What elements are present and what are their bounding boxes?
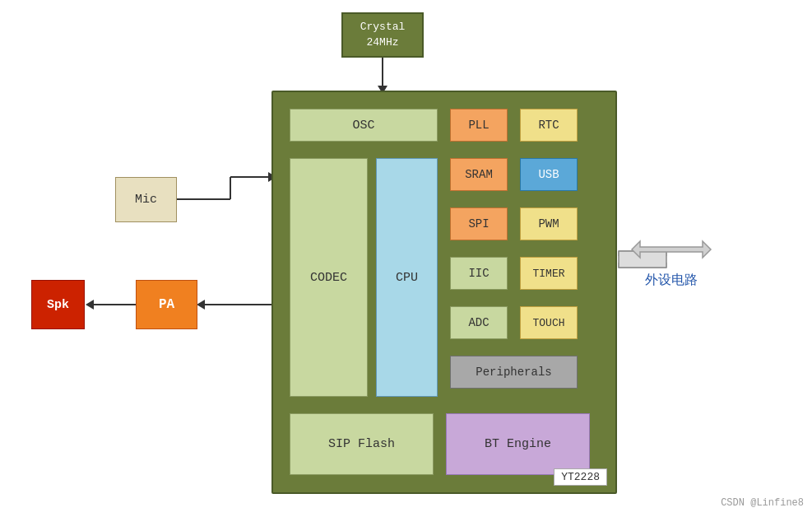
peripheral-circuit-area: 外设电路 bbox=[622, 229, 721, 289]
usb-block: USB bbox=[520, 158, 578, 191]
sram-block: SRAM bbox=[450, 158, 508, 191]
touch-label: TOUCH bbox=[532, 317, 564, 329]
sram-label: SRAM bbox=[465, 168, 493, 181]
pll-block: PLL bbox=[450, 109, 508, 142]
timer-block: TIMER bbox=[520, 257, 578, 290]
osc-label: OSC bbox=[352, 119, 374, 133]
timer-label: TIMER bbox=[532, 268, 564, 280]
crystal-label-line1: Crystal bbox=[360, 20, 406, 35]
rtc-block: RTC bbox=[520, 109, 578, 142]
chip-block: OSC PLL RTC CODEC CPU SRAM USB SPI bbox=[271, 91, 617, 494]
mic-block: Mic bbox=[115, 177, 177, 222]
codec-block: CODEC bbox=[290, 158, 368, 397]
cpu-block: CPU bbox=[376, 158, 438, 397]
pa-label: PA bbox=[159, 297, 174, 312]
pll-label: PLL bbox=[468, 119, 489, 132]
diagram-container: Crystal 24MHz OSC PLL RTC CODEC CPU SRAM bbox=[0, 0, 812, 517]
spk-label: Spk bbox=[47, 298, 69, 312]
codec-label: CODEC bbox=[310, 271, 347, 285]
mic-label: Mic bbox=[135, 193, 157, 207]
iic-label: IIC bbox=[468, 267, 489, 280]
pa-block: PA bbox=[136, 280, 197, 329]
spk-block: Spk bbox=[31, 280, 85, 329]
crystal-label-line2: 24MHz bbox=[366, 35, 398, 50]
cpu-label: CPU bbox=[396, 271, 418, 285]
rtc-label: RTC bbox=[538, 119, 559, 132]
peripheral-circuit-label: 外设电路 bbox=[645, 272, 698, 289]
touch-block: TOUCH bbox=[520, 306, 578, 339]
svg-marker-13 bbox=[632, 241, 711, 258]
adc-block: ADC bbox=[450, 306, 508, 339]
adc-label: ADC bbox=[468, 316, 489, 329]
sipflash-block: SIP Flash bbox=[290, 413, 434, 475]
crystal-block: Crystal 24MHz bbox=[341, 12, 424, 58]
btengine-label: BT Engine bbox=[485, 437, 551, 451]
usb-label: USB bbox=[538, 168, 559, 181]
svg-marker-7 bbox=[197, 300, 205, 310]
double-arrow-icon bbox=[622, 229, 721, 270]
pwm-block: PWM bbox=[520, 207, 578, 240]
svg-marker-9 bbox=[86, 300, 94, 310]
spi-label: SPI bbox=[468, 217, 489, 231]
peripherals-block: Peripherals bbox=[450, 356, 578, 389]
iic-block: IIC bbox=[450, 257, 508, 290]
sipflash-label: SIP Flash bbox=[328, 437, 395, 451]
pwm-label: PWM bbox=[538, 217, 559, 231]
osc-block: OSC bbox=[290, 109, 438, 142]
chip-id-label: YT2228 bbox=[554, 468, 607, 486]
peripherals-label: Peripherals bbox=[476, 366, 551, 379]
watermark: CSDN @Linfine8 bbox=[721, 497, 804, 509]
spi-block: SPI bbox=[450, 207, 508, 240]
btengine-block: BT Engine bbox=[446, 413, 590, 475]
